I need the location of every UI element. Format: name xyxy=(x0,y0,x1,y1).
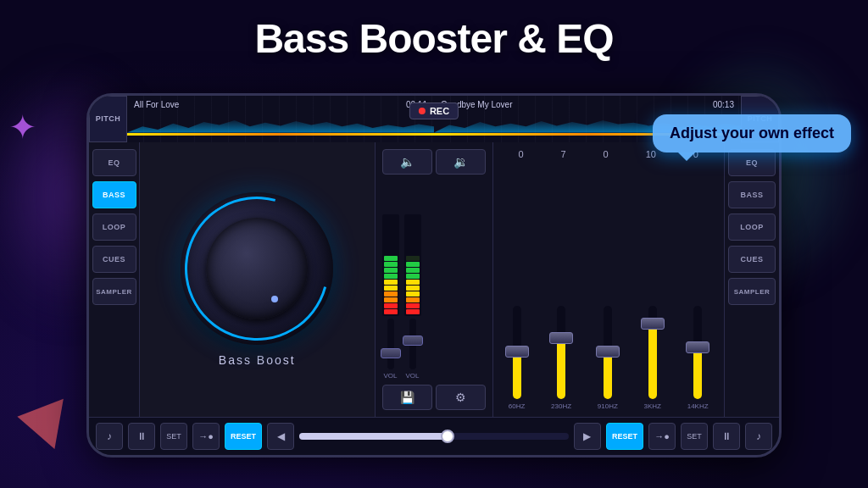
mixer-settings-button[interactable]: ⚙ xyxy=(436,385,486,410)
eq-slider-col-4: 14KHZ xyxy=(687,306,709,410)
tooltip-bubble: Adjust your own effect xyxy=(653,114,851,152)
eq-slider-col-1: 230HZ xyxy=(551,306,571,410)
eq-fill-1 xyxy=(557,339,565,400)
knob-area: Bass Boost xyxy=(140,142,375,417)
volume-down-button[interactable]: 🔈 xyxy=(382,149,432,175)
right-loop-button[interactable]: LOOP xyxy=(728,214,776,241)
corner-decoration-bl xyxy=(13,391,64,449)
knob-inner xyxy=(206,218,308,319)
left-cues-button[interactable]: CUES xyxy=(92,246,136,273)
knob-marker xyxy=(271,296,278,302)
eq-freq-0: 60HZ xyxy=(509,402,526,410)
eq-slider-track-4 xyxy=(693,306,702,399)
bass-knob[interactable] xyxy=(181,192,333,345)
eq-fill-3 xyxy=(648,324,657,399)
vol-left-label: VOL xyxy=(383,372,397,380)
page-title: Bass Booster & EQ xyxy=(0,15,868,62)
pause-right-button[interactable]: ⏸ xyxy=(713,423,740,450)
right-cues-button[interactable]: CUES xyxy=(728,246,776,273)
vu-meter-right xyxy=(404,214,421,316)
mixer-bottom-buttons: 💾 ⚙ xyxy=(382,385,486,410)
eq-slider-handle-3[interactable] xyxy=(641,318,665,330)
vol-right-label: VOL xyxy=(405,372,419,380)
volume-up-button[interactable]: 🔉 xyxy=(436,149,486,175)
eq-slider-track-0 xyxy=(513,306,521,399)
eq-freq-3: 3KHZ xyxy=(644,402,661,410)
waveform-left: All For Love 00:11 xyxy=(127,96,434,142)
right-track-time: 00:13 xyxy=(713,100,734,109)
vu-meter-right-col: VOL xyxy=(404,214,421,380)
eq-slider-handle-4[interactable] xyxy=(686,341,709,353)
eq-fill-0 xyxy=(513,352,521,399)
eq-value-2: 0 xyxy=(604,149,609,159)
eq-freq-2: 910HZ xyxy=(598,402,618,410)
left-waveform-visual xyxy=(127,114,434,136)
eq-slider-handle-2[interactable] xyxy=(596,346,620,358)
eq-sliders: 60HZ 230HZ 910HZ xyxy=(500,166,718,410)
eq-fill-2 xyxy=(604,358,612,400)
progress-bar[interactable] xyxy=(299,433,569,440)
right-bass-button[interactable]: BASS xyxy=(728,181,776,208)
eq-freq-1: 230HZ xyxy=(551,402,571,410)
corner-decoration-tl: ✦ xyxy=(8,110,37,144)
vu-meter-left-col: VOL xyxy=(382,214,399,380)
rec-label: REC xyxy=(430,106,449,116)
vu-meter-left xyxy=(382,214,399,316)
arrow-next-button[interactable]: ▶ xyxy=(574,423,601,450)
eq-value-1: 7 xyxy=(561,149,566,159)
transport-bar: ♪ ⏸ SET →● RESET ◀ ▶ RESET →● SET ⏸ ♪ xyxy=(89,417,779,455)
left-eq-button[interactable]: EQ xyxy=(92,149,136,176)
mixer-faders: VOL xyxy=(382,181,486,380)
vol-fader-right-track xyxy=(409,319,416,369)
right-sampler-button[interactable]: SAMPLER xyxy=(728,278,776,305)
reset-right-button[interactable]: RESET xyxy=(606,423,643,450)
left-track-label: All For Love xyxy=(134,100,179,109)
eq-slider-handle-0[interactable] xyxy=(505,346,529,358)
eq-area: 0 7 0 10 0 60HZ xyxy=(493,142,725,417)
reset-left-button[interactable]: RESET xyxy=(225,423,262,450)
eq-slider-col-2: 910HZ xyxy=(598,306,618,410)
left-loop-button[interactable]: LOOP xyxy=(92,214,136,241)
set-left-button[interactable]: SET xyxy=(160,423,187,450)
eq-slider-col-3: 3KHZ xyxy=(644,306,661,410)
music-note-right-button[interactable]: ♪ xyxy=(745,423,772,450)
right-eq-button[interactable]: EQ xyxy=(728,149,776,176)
left-sidebar: EQ BASS LOOP CUES SAMPLER xyxy=(89,142,140,417)
mixer-save-button[interactable]: 💾 xyxy=(382,385,432,410)
pause-left-button[interactable]: ⏸ xyxy=(128,423,155,450)
arrow-dot-right-button[interactable]: →● xyxy=(648,423,676,450)
pitch-left-button[interactable]: PITCH xyxy=(89,96,127,142)
eq-fill-4 xyxy=(693,348,702,400)
eq-slider-track-2 xyxy=(604,306,612,399)
eq-value-0: 0 xyxy=(518,149,523,159)
tooltip-text: Adjust your own effect xyxy=(670,125,834,141)
mixer-area: 🔈 🔉 xyxy=(375,142,493,417)
mixer-top-buttons: 🔈 🔉 xyxy=(382,149,486,175)
music-note-left-button[interactable]: ♪ xyxy=(96,423,123,450)
set-right-button[interactable]: SET xyxy=(681,423,708,450)
knob-outer xyxy=(181,192,333,345)
main-content: EQ BASS LOOP CUES SAMPLER Bass Boost 🔈 xyxy=(89,142,779,417)
left-bass-button[interactable]: BASS xyxy=(92,181,136,208)
vol-fader-left-track xyxy=(387,319,394,369)
eq-value-3: 10 xyxy=(646,149,656,159)
eq-slider-handle-1[interactable] xyxy=(549,332,573,344)
eq-slider-track-1 xyxy=(557,306,565,399)
eq-slider-col-0: 60HZ xyxy=(509,306,526,410)
eq-slider-track-3 xyxy=(648,306,657,399)
vol-fader-right-handle[interactable] xyxy=(403,336,423,346)
progress-thumb xyxy=(441,430,454,443)
vol-fader-left-handle[interactable] xyxy=(381,348,401,358)
arrow-prev-button[interactable]: ◀ xyxy=(267,423,294,450)
eq-freq-4: 14KHZ xyxy=(687,402,709,410)
left-sampler-button[interactable]: SAMPLER xyxy=(92,278,136,305)
right-sidebar: EQ BASS LOOP CUES SAMPLER xyxy=(724,142,779,417)
progress-fill xyxy=(299,433,448,440)
arrow-right-dot-left-button[interactable]: →● xyxy=(192,423,220,450)
rec-indicator xyxy=(419,108,426,114)
knob-label: Bass Boost xyxy=(219,353,296,367)
rec-button[interactable]: REC xyxy=(409,103,459,119)
